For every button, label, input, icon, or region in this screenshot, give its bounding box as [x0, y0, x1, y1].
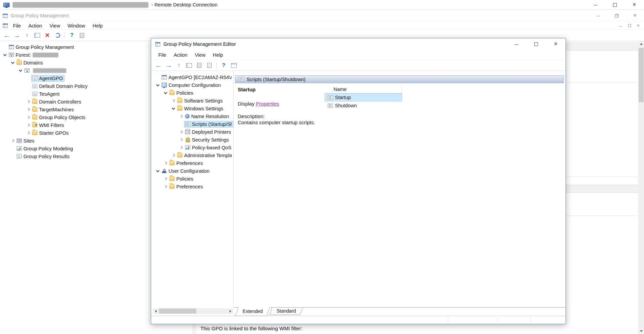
- status-icon[interactable]: [229, 61, 238, 70]
- expand-expanded-icon[interactable]: [155, 167, 161, 175]
- name-column-header[interactable]: Name: [325, 85, 402, 93]
- expand-collapsed-icon[interactable]: [163, 175, 168, 183]
- menu-view[interactable]: View: [191, 52, 209, 58]
- expand-collapsed-icon[interactable]: [25, 113, 31, 121]
- expand-collapsed-icon[interactable]: [171, 151, 176, 159]
- tree-item-deployed-printers[interactable]: Deployed Printers: [153, 128, 233, 136]
- up-icon[interactable]: [174, 61, 183, 70]
- expand-collapsed-icon[interactable]: [178, 136, 184, 144]
- gpm-vertical-scrollbar[interactable]: [638, 41, 644, 334]
- scrollbar-thumb[interactable]: [639, 48, 644, 102]
- description-label: Description:: [238, 113, 265, 119]
- menu-action[interactable]: Action: [170, 52, 191, 58]
- minimize-button[interactable]: [589, 10, 607, 21]
- maximize-button[interactable]: [605, 0, 625, 10]
- back-icon[interactable]: [154, 61, 163, 70]
- expand-collapsed-icon[interactable]: [178, 144, 184, 151]
- menu-file[interactable]: File: [9, 23, 24, 29]
- folder-icon: [177, 98, 182, 103]
- tree-horizontal-scrollbar[interactable]: [153, 308, 233, 314]
- help-icon[interactable]: [219, 61, 228, 70]
- tree-item-administrative-templates[interactable]: Administrative Templates: [153, 151, 233, 159]
- delete-icon[interactable]: [43, 31, 52, 40]
- console-tree-icon[interactable]: [184, 61, 194, 70]
- menu-help[interactable]: Help: [89, 23, 106, 29]
- expand-expanded-icon[interactable]: [10, 59, 16, 67]
- minimize-button[interactable]: [506, 38, 526, 50]
- tree-item-software-settings[interactable]: Software Settings: [153, 97, 233, 105]
- expand-collapsed-icon[interactable]: [163, 159, 168, 167]
- menu-file[interactable]: File: [155, 52, 170, 58]
- menu-window[interactable]: Window: [64, 23, 89, 29]
- forward-icon[interactable]: [12, 31, 21, 40]
- folder-icon: [32, 115, 37, 119]
- export-list-icon[interactable]: [77, 31, 87, 40]
- minimize-icon: [515, 42, 518, 46]
- tree-item-windows-settings[interactable]: Windows Settings: [153, 105, 233, 112]
- menu-view[interactable]: View: [46, 23, 64, 29]
- redacted-computer-name: [13, 2, 148, 8]
- restore-button[interactable]: [607, 10, 626, 21]
- back-icon[interactable]: [2, 31, 11, 40]
- scrollbar-thumb[interactable]: [159, 309, 196, 314]
- minimize-button[interactable]: [586, 0, 605, 10]
- tab-extended[interactable]: Extended: [235, 307, 270, 316]
- expand-collapsed-icon[interactable]: [25, 121, 31, 129]
- export-list-icon[interactable]: [195, 61, 204, 70]
- scroll-up-arrow-icon[interactable]: [638, 41, 644, 47]
- tree-item-computer-configuration[interactable]: Computer Configuration: [153, 81, 233, 89]
- tree-item-agentgpo-ec2amaz-r54v4oc[interactable]: AgentGPO [EC2AMAZ-R54V4OC: [153, 73, 233, 81]
- expand-collapsed-icon[interactable]: [163, 183, 168, 190]
- expand-collapsed-icon[interactable]: [25, 129, 31, 137]
- domains-icon: [17, 60, 22, 65]
- editor-title-bar[interactable]: Group Policy Management Editor: [151, 38, 566, 50]
- expand-expanded-icon[interactable]: [171, 105, 176, 112]
- up-icon[interactable]: [22, 31, 32, 40]
- close-button[interactable]: [634, 22, 643, 30]
- tree-item-policies[interactable]: Policies: [153, 175, 233, 183]
- tree-item-name-resolution[interactable]: Name Resolution: [153, 112, 233, 120]
- tab-standard[interactable]: Standard: [269, 307, 303, 315]
- tree-item-preferences[interactable]: Preferences: [153, 183, 233, 190]
- no-expander: [25, 82, 31, 90]
- list-item-startup[interactable]: Startup: [325, 93, 402, 101]
- scroll-down-arrow-icon[interactable]: [638, 328, 644, 334]
- tree-item-policy-based-qos[interactable]: Policy-based QoS: [153, 144, 233, 151]
- close-button[interactable]: [546, 38, 566, 50]
- expand-collapsed-icon[interactable]: [10, 137, 16, 145]
- tree-item-policies[interactable]: Policies: [153, 89, 233, 97]
- scroll-right-arrow-icon[interactable]: [228, 308, 233, 314]
- computer-icon: [162, 83, 167, 87]
- properties-link[interactable]: Properties: [256, 101, 279, 107]
- gpm-title-bar[interactable]: Group Policy Management: [0, 10, 644, 21]
- close-button[interactable]: [625, 0, 644, 10]
- expand-collapsed-icon[interactable]: [171, 97, 176, 105]
- expand-expanded-icon[interactable]: [2, 51, 8, 59]
- expand-collapsed-icon[interactable]: [178, 128, 184, 136]
- forward-icon[interactable]: [164, 61, 173, 70]
- expand-collapsed-icon[interactable]: [25, 98, 31, 106]
- editor-toolbar: [151, 60, 566, 71]
- tree-item-scripts-startup-shutdown[interactable]: Scripts (Startup/Shutdown): [153, 120, 233, 128]
- close-button[interactable]: [626, 10, 644, 21]
- tree-item-security-settings[interactable]: Security Settings: [153, 136, 233, 144]
- tree-item-user-configuration[interactable]: User Configuration: [153, 167, 233, 175]
- restore-button[interactable]: [625, 22, 634, 30]
- expand-collapsed-icon[interactable]: [25, 106, 31, 113]
- maximize-button[interactable]: [526, 38, 546, 50]
- script-icon: [185, 122, 190, 126]
- list-item-shutdown[interactable]: Shutdown: [325, 101, 402, 110]
- menu-action[interactable]: Action: [24, 23, 46, 29]
- expand-expanded-icon[interactable]: [155, 81, 161, 89]
- expand-collapsed-icon[interactable]: [178, 112, 184, 120]
- console-tree-icon[interactable]: [33, 31, 42, 40]
- refresh-icon[interactable]: [53, 31, 62, 40]
- help-icon[interactable]: [67, 31, 76, 40]
- menu-help[interactable]: Help: [209, 52, 227, 58]
- properties-icon[interactable]: [205, 61, 214, 70]
- expand-expanded-icon[interactable]: [163, 89, 168, 97]
- scroll-left-arrow-icon[interactable]: [153, 308, 159, 314]
- expand-expanded-icon[interactable]: [18, 67, 23, 74]
- tree-item-preferences[interactable]: Preferences: [153, 159, 233, 167]
- minimize-button[interactable]: [616, 22, 625, 30]
